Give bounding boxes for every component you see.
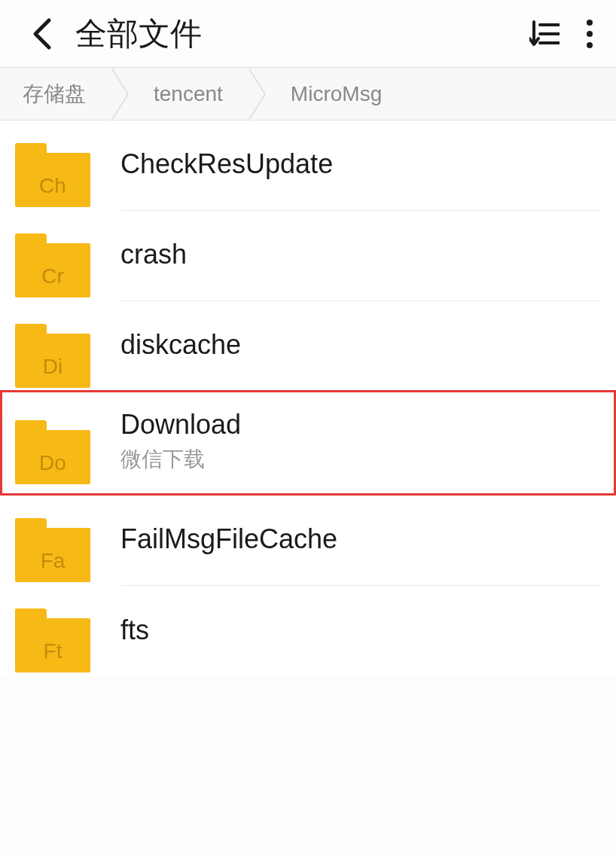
folder-abbr: Do	[15, 451, 90, 475]
page-title: 全部文件	[75, 13, 526, 55]
folder-item[interactable]: Ch CheckResUpdate	[0, 120, 616, 211]
breadcrumb-item[interactable]: MicroMsg	[253, 68, 412, 120]
folder-icon: Do	[15, 420, 90, 484]
more-button[interactable]	[578, 15, 601, 53]
folder-item[interactable]: Cr crash	[0, 211, 616, 301]
breadcrumb: 存储盘 tencent MicroMsg	[0, 68, 616, 120]
folder-name: Download	[120, 409, 601, 441]
folder-icon: Ch	[15, 143, 90, 207]
folder-name: FailMsgFileCache	[120, 523, 601, 555]
folder-icon: Fa	[15, 518, 90, 582]
folder-abbr: Di	[15, 355, 90, 379]
file-info: Download 微信下载	[120, 409, 601, 496]
folder-item[interactable]: Ft fts	[0, 586, 616, 676]
folder-subtitle: 微信下载	[120, 445, 601, 474]
folder-abbr: Ft	[15, 639, 90, 663]
breadcrumb-item[interactable]: 存储盘	[0, 68, 116, 120]
folder-name: diskcache	[120, 329, 601, 361]
folder-abbr: Cr	[15, 264, 90, 288]
file-list: Ch CheckResUpdate Cr crash Di diskcache …	[0, 120, 616, 676]
chevron-left-icon	[31, 17, 52, 50]
svg-point-5	[587, 31, 593, 37]
header: 全部文件	[0, 0, 616, 68]
folder-icon: Di	[15, 324, 90, 388]
folder-icon: Cr	[15, 233, 90, 297]
folder-abbr: Fa	[15, 549, 90, 573]
svg-point-4	[587, 20, 593, 26]
sort-button[interactable]	[526, 15, 563, 53]
back-button[interactable]	[23, 15, 60, 53]
folder-item[interactable]: Fa FailMsgFileCache	[0, 496, 616, 586]
file-info: fts	[120, 605, 601, 676]
file-info: FailMsgFileCache	[120, 514, 601, 586]
file-info: crash	[120, 230, 601, 301]
breadcrumb-item[interactable]: tencent	[116, 68, 253, 120]
folder-name: fts	[120, 615, 601, 646]
folder-name: crash	[120, 239, 601, 270]
folder-icon: Ft	[15, 608, 90, 672]
folder-item[interactable]: Di diskcache	[0, 301, 616, 392]
folder-item-highlighted[interactable]: Do Download 微信下载	[0, 390, 616, 496]
folder-abbr: Ch	[15, 174, 90, 198]
file-info: CheckResUpdate	[120, 139, 601, 211]
file-info: diskcache	[120, 320, 601, 392]
folder-name: CheckResUpdate	[120, 148, 601, 180]
more-vertical-icon	[586, 19, 593, 49]
sort-icon	[529, 20, 560, 47]
svg-point-6	[587, 42, 593, 48]
